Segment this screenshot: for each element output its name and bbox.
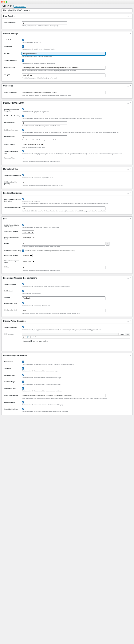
panel-up-icon[interactable]: ∧ — [127, 15, 129, 17]
label: Select Order Status — [4, 394, 22, 396]
view-file-icon-checkbox[interactable] — [22, 360, 24, 363]
enable-mandatory-checkbox[interactable] — [22, 174, 24, 176]
italic-icon[interactable]: I — [25, 336, 26, 338]
enable-feedback-checkbox[interactable] — [22, 283, 24, 285]
panel-up-icon[interactable]: ∧ — [127, 218, 129, 220]
panel-up-icon[interactable]: ∧ — [127, 168, 129, 170]
panel-toggle-icon[interactable]: ∨ — [130, 168, 131, 170]
status-tag[interactable]: Pending payment — [22, 395, 36, 396]
rule-priority-input[interactable] — [22, 21, 68, 25]
visibility-thankyou-checkbox[interactable] — [22, 380, 24, 383]
panel-toggle-icon[interactable]: ∨ — [130, 32, 131, 35]
visibility-cart-checkbox[interactable] — [22, 367, 24, 370]
enable-cart-page-checkbox[interactable] — [22, 129, 24, 131]
specify-products-checkbox[interactable] — [22, 108, 24, 110]
label: View file Icon — [4, 360, 22, 363]
label: Enable Disclaimer — [4, 326, 22, 328]
enable-title-checkbox[interactable] — [22, 45, 24, 48]
enable-description-checkbox[interactable] — [22, 60, 24, 62]
panel-mandatory-files: Mandatory Files∧∨ Enable Mandatory Files… — [2, 167, 132, 189]
panel-up-icon[interactable]: ∧ — [127, 320, 129, 322]
label: Enable Label — [4, 290, 22, 292]
set-label-input[interactable] — [22, 296, 106, 300]
tab-visual[interactable]: Visual — [118, 333, 125, 336]
label: Select Price Method — [4, 254, 22, 256]
tab-text[interactable]: Text — [125, 333, 130, 336]
panel-toggle-icon[interactable]: ∨ — [130, 320, 131, 322]
char-limit-input[interactable] — [22, 309, 106, 312]
status-tag[interactable]: Processing — [36, 395, 46, 396]
link-icon[interactable]: 🔗 — [27, 336, 28, 338]
panel-toggle-icon[interactable]: ∨ — [130, 192, 131, 194]
help-text: If checkbox is enable and field is empty… — [22, 160, 130, 162]
max-files-checkout-input[interactable] — [22, 157, 68, 160]
undo-icon[interactable]: ↶ — [32, 336, 34, 338]
panel-up-icon[interactable]: ∧ — [127, 277, 129, 279]
role-tag[interactable]: B2B — [52, 92, 57, 93]
status-tag[interactable]: Completed — [54, 395, 63, 396]
download-files-checkbox[interactable] — [22, 401, 24, 404]
price-method-cart-select[interactable]: Per File — [22, 254, 33, 257]
user-roles-select[interactable]: Administrator Customer Wholesale B2B — [22, 91, 106, 94]
label: Set Disclaimer — [4, 333, 22, 335]
max-file-size-input[interactable] — [22, 206, 106, 210]
mandatory-qty-input[interactable] — [22, 181, 33, 184]
enable-checkout-page-checkbox[interactable] — [22, 150, 24, 152]
fee-cart-input[interactable] — [22, 266, 106, 269]
window-close[interactable] — [1, 1, 3, 3]
enable-fee-cart-checkbox[interactable] — [22, 250, 24, 252]
enable-label-checkbox[interactable] — [22, 290, 24, 292]
help-text: If checkbox is enable and field is empty… — [22, 270, 130, 271]
help-text: If input field is empty, the default fil… — [22, 77, 130, 79]
unlink-icon[interactable]: ⛓ — [30, 336, 31, 338]
panel-toggle-icon[interactable]: ∨ — [130, 218, 131, 220]
cart-position-select[interactable]: After Cart Coupon Code — [22, 143, 44, 146]
panel-toggle-icon[interactable]: ∨ — [130, 85, 131, 87]
redo-icon[interactable]: ↷ — [35, 336, 36, 338]
max-files-product-input[interactable] — [22, 121, 68, 125]
combined-size-checkbox[interactable] — [22, 198, 24, 200]
panel-toggle-icon[interactable]: ∨ — [130, 102, 131, 104]
window-minimize[interactable] — [4, 1, 5, 3]
order-status-select[interactable]: Pending payment Processing On hold Compl… — [22, 394, 106, 397]
enable-char-limit-checkbox[interactable] — [22, 302, 24, 304]
file-type-input[interactable] — [22, 74, 106, 77]
label: Cart And Checkout Page — [4, 250, 22, 252]
panel-up-icon[interactable]: ∧ — [127, 354, 129, 356]
fee-product-input[interactable] — [22, 242, 106, 246]
enable-product-page-checkbox[interactable] — [22, 115, 24, 117]
panel-up-icon[interactable]: ∧ — [127, 102, 129, 104]
role-tag[interactable]: Wholesale — [42, 92, 52, 93]
role-tag[interactable]: Administrator — [22, 92, 33, 93]
visibility-checkout-checkbox[interactable] — [22, 374, 24, 376]
panel-toggle-icon[interactable]: ∨ — [130, 277, 131, 279]
status-tag[interactable]: On hold — [46, 395, 53, 396]
panel-up-icon[interactable]: ∧ — [127, 85, 129, 87]
status-tag[interactable]: Cancelled — [64, 395, 72, 396]
window-maximize[interactable] — [6, 1, 7, 3]
editor-textarea[interactable]: I agree with store privacy policy. — [22, 339, 130, 348]
bold-icon[interactable]: B — [23, 336, 24, 338]
enable-disclaimer-checkbox[interactable] — [22, 326, 24, 328]
upload-delete-files-checkbox[interactable] — [22, 408, 24, 410]
enable-fee-product-checkbox[interactable] — [22, 224, 24, 226]
label: Set Fee — [4, 242, 22, 244]
set-title-input[interactable] — [22, 52, 106, 56]
help-text: Add file size in MB. If 10 is added as f… — [22, 210, 130, 212]
panel-up-icon[interactable]: ∧ — [127, 192, 129, 194]
pct-fixed-product-select[interactable]: Percentage — [22, 236, 35, 239]
label: Upload/Delete Files — [4, 408, 22, 410]
activate-rule-checkbox[interactable] — [22, 39, 24, 41]
visibility-order-detail-checkbox[interactable] — [22, 387, 24, 390]
panel-toggle-icon[interactable]: ∨ — [130, 15, 131, 17]
set-description-input[interactable] — [22, 66, 106, 70]
panel-toggle-icon[interactable]: ∨ — [130, 354, 131, 356]
price-method-product-select[interactable]: One Time — [22, 230, 34, 234]
add-new-post-button[interactable]: Add New Post — [14, 5, 26, 8]
help-text: Enable checkbox to show view file option… — [22, 364, 130, 365]
panel-up-icon[interactable]: ∧ — [127, 32, 129, 35]
label: Set character limit — [4, 302, 22, 304]
pct-fixed-cart-select[interactable]: Fixed Price — [22, 260, 35, 263]
role-tag[interactable]: Customer — [34, 92, 42, 93]
max-files-cart-input[interactable] — [22, 136, 68, 139]
